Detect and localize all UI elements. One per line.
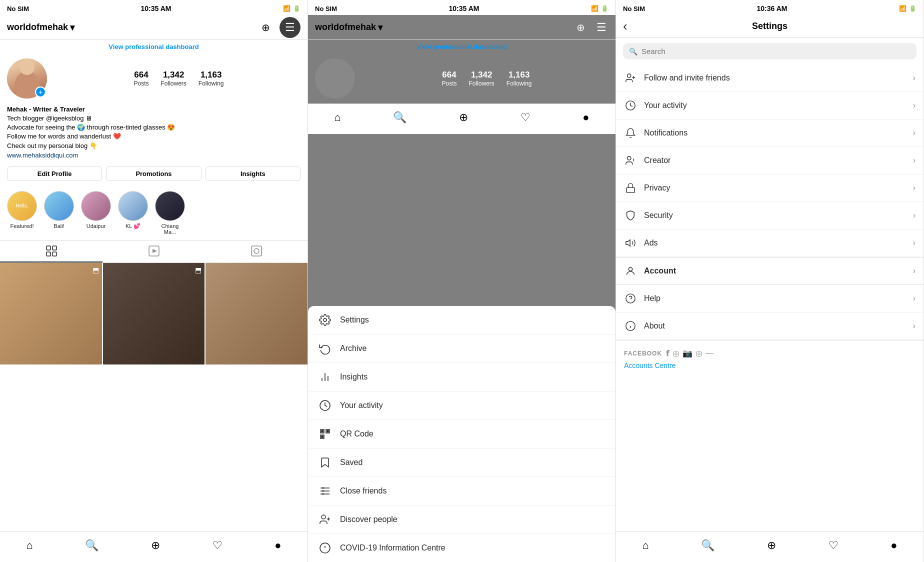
username-header-2: worldofmehak ▾ [315,22,382,33]
insights-button[interactable]: Insights [206,166,300,181]
photo-cell-1[interactable]: ⬒ [0,263,102,365]
highlight-kl[interactable]: KL 💕 [118,191,148,235]
svg-point-46 [628,268,632,271]
settings-item-ads[interactable]: Ads › [616,230,924,257]
tab-grid[interactable] [0,240,102,262]
nav-profile-3[interactable]: ● [886,537,902,554]
bio-section-1: Mehak - Writer & Traveler Tech blogger @… [0,104,308,164]
promotions-button[interactable]: Promotions [106,166,201,181]
following-count-2: 1,163 [506,70,532,80]
menu-item-insights[interactable]: Insights [308,363,616,392]
nav-add-3[interactable]: ⊕ [762,537,781,554]
menu-item-saved[interactable]: Saved [308,448,616,477]
menu-sheet: Settings Archive Insights Your activity … [308,306,616,562]
menu-item-discover[interactable]: Discover people [308,506,616,534]
panel-menu: No SIM 10:35 AM 📶 🔋 worldofmehak ▾ ⊕ ☰ V… [308,0,616,562]
menu-label-covid: COVID-19 Information Centre [340,544,446,552]
highlight-featured[interactable]: Hello, Featured! [7,191,37,235]
nav-add-1[interactable]: ⊕ [146,537,165,554]
nav-home-3[interactable]: ⌂ [637,537,654,554]
menu-item-archive[interactable]: Archive [308,334,616,363]
highlight-circle-kl [118,191,148,221]
highlight-bali[interactable]: Bali! [44,191,74,235]
status-bar-3: No SIM 10:36 AM 📶 🔋 [616,0,924,15]
nav-profile-1[interactable]: ● [270,537,286,554]
nav-heart-2[interactable]: ♡ [516,109,536,126]
bio-link-1[interactable]: www.mehaksiddiqui.com [7,152,78,159]
posts-count-2: 664 [442,70,456,80]
chevron-notifications: › [913,128,916,138]
your-activity-label: Your activity [644,101,906,110]
photo-overlay-1: ⬒ [92,266,99,274]
settings-icon [318,313,332,327]
about-icon [624,320,637,332]
status-icons-1: 📶 🔋 [283,5,300,12]
settings-item-help[interactable]: Help › [616,285,924,312]
highlight-chiangmai[interactable]: Chiang Ma... [155,191,185,235]
nav-add-2[interactable]: ⊕ [454,109,473,126]
add-post-button-2[interactable]: ⊕ [574,20,588,34]
menu-item-close-friends[interactable]: Close friends [308,477,616,506]
archive-icon [318,342,332,356]
highlight-label-bali: Bali! [44,223,74,229]
settings-item-notifications[interactable]: Notifications › [616,120,924,147]
tab-reels[interactable] [102,240,205,262]
edit-profile-button[interactable]: Edit Profile [7,166,102,181]
svg-rect-3 [52,252,56,256]
menu-item-settings[interactable]: Settings [308,306,616,334]
bio-line4: Check out my personal blog 👇 [7,142,300,150]
panel2-profile-area: 664 Posts 1,342 Followers 1,163 Followin… [308,54,616,104]
settings-item-your-activity[interactable]: Your activity › [616,92,924,120]
avatar-add-icon-1[interactable]: + [35,86,46,98]
professional-dashboard-link-1[interactable]: View professional dashboard [0,40,308,54]
settings-item-security[interactable]: Security › [616,202,924,230]
settings-item-about[interactable]: About › [616,312,924,340]
activity-icon [318,398,332,412]
status-icons-2: 📶 🔋 [591,5,608,12]
nav-profile-2[interactable]: ● [578,109,594,126]
posts-label-1: Posts [134,80,148,87]
settings-item-creator[interactable]: Creator › [616,147,924,174]
photo-cell-3[interactable] [206,263,308,365]
nav-heart-1[interactable]: ♡ [208,537,228,554]
tab-tagged[interactable] [205,240,308,262]
menu-label-settings: Settings [340,316,369,324]
nav-home-1[interactable]: ⌂ [21,537,38,554]
search-input[interactable] [642,47,910,56]
highlight-circle-chiangmai [155,191,185,221]
facebook-header: FACEBOOK 𝗳 ◎ 📷 ◎ — [624,348,916,358]
svg-marker-45 [626,240,630,246]
settings-item-privacy[interactable]: Privacy › [616,174,924,202]
menu-item-covid[interactable]: COVID-19 Information Centre [308,534,616,562]
menu-item-qrcode[interactable]: QR Code [308,420,616,448]
menu-label-insights: Insights [340,372,368,382]
photo-overlay-2: ⬒ [195,266,202,274]
settings-item-account[interactable]: Account › [616,257,924,285]
nav-home-2[interactable]: ⌂ [329,109,346,126]
fb-icon: 𝗳 [666,348,670,358]
header-icons-2: ⊕ ☰ [574,20,608,34]
add-post-button-1[interactable]: ⊕ [258,20,272,34]
photo-cell-2[interactable]: ⬒ [103,263,205,365]
back-button[interactable]: ‹ [623,18,628,34]
avatar-wrap-1: + [7,58,47,98]
settings-item-follow-invite[interactable]: Follow and invite friends › [616,64,924,92]
bio-line3: Follow me for words and wanderlust ❤️ [7,132,300,141]
highlight-udaipur[interactable]: Udaipur [81,191,111,235]
accounts-centre-link[interactable]: Accounts Centre [624,362,676,370]
chevron-security: › [913,211,916,220]
highlight-label-featured: Featured! [7,223,37,229]
following-count-1: 1,163 [198,70,224,80]
posts-label-2: Posts [442,80,456,87]
professional-dashboard-link-2[interactable]: View professional dashboard [308,40,616,54]
nav-search-1[interactable]: 🔍 [80,537,104,554]
facebook-label: FACEBOOK [624,350,662,357]
menu-button-1[interactable]: ☰ [280,17,300,38]
nav-heart-3[interactable]: ♡ [824,537,844,554]
bio-line1: Tech blogger @igeeksblog 🖥 [7,114,300,123]
nav-search-3[interactable]: 🔍 [696,537,720,554]
menu-button-2[interactable]: ☰ [594,20,608,34]
saved-icon [318,456,332,470]
menu-item-activity[interactable]: Your activity [308,392,616,420]
nav-search-2[interactable]: 🔍 [388,109,412,126]
